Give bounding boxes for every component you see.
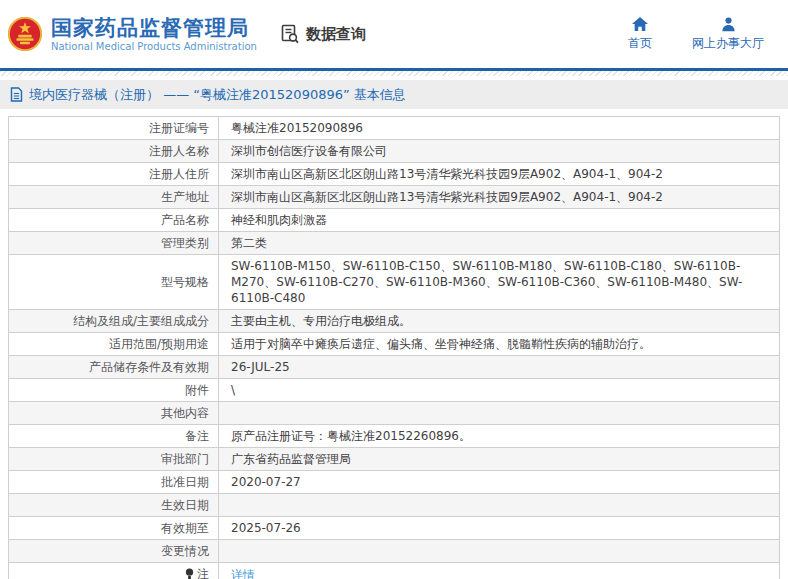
row-value: 详情	[219, 563, 780, 579]
row-label: 备注	[9, 425, 219, 448]
table-row: 产品储存条件及有效期 26-JUL-25	[9, 356, 780, 379]
nav-service-hall[interactable]: 网上办事大厅	[692, 16, 764, 52]
nav-home-label: 首页	[628, 35, 652, 52]
registration-info-table: 注册证编号 粤械注准20152090896 注册人名称 深圳市创信医疗设备有限公…	[8, 116, 780, 579]
table-row: 有效期至 2025-07-26	[9, 517, 780, 540]
row-label: 适用范围/预期用途	[9, 333, 219, 356]
row-label: 有效期至	[9, 517, 219, 540]
agency-name-en: National Medical Products Administration	[51, 41, 257, 52]
row-value: 2025-07-26	[219, 517, 780, 540]
row-label: 结构及组成/主要组成成分	[9, 310, 219, 333]
header-hatch-texture	[0, 71, 788, 76]
agency-name-cn: 国家药品监督管理局	[51, 16, 257, 40]
row-value: 深圳市南山区高新区北区朗山路13号清华紫光科技园9层A902、A904-1、90…	[219, 186, 780, 209]
table-row: 注 详情	[9, 563, 780, 579]
row-label: 生效日期	[9, 494, 219, 517]
table-row: 审批部门 广东省药品监督管理局	[9, 448, 780, 471]
row-label-text: 注	[197, 566, 209, 579]
row-value	[219, 494, 780, 517]
site-header: 国家药品监督管理局 National Medical Products Admi…	[0, 0, 788, 68]
table-row: 结构及组成/主要组成成分 主要由主机、专用治疗电极组成。	[9, 310, 780, 333]
row-label: 变更情况	[9, 540, 219, 563]
row-value	[219, 540, 780, 563]
row-label: 生产地址	[9, 186, 219, 209]
table-row: 注册人名称 深圳市创信医疗设备有限公司	[9, 140, 780, 163]
row-value: 粤械注准20152090896	[219, 117, 780, 140]
row-label: 管理类别	[9, 232, 219, 255]
document-search-icon	[279, 23, 301, 45]
row-value: SW-6110B-M150、SW-6110B-C150、SW-6110B-M18…	[219, 255, 780, 310]
home-icon	[631, 16, 649, 32]
row-value: 适用于对脑卒中瘫痪后遗症、偏头痛、坐骨神经痛、脱髓鞘性疾病的辅助治疗。	[219, 333, 780, 356]
row-value: 26-JUL-25	[219, 356, 780, 379]
row-value: 深圳市创信医疗设备有限公司	[219, 140, 780, 163]
row-label: 注册证编号	[9, 117, 219, 140]
table-row: 批准日期 2020-07-27	[9, 471, 780, 494]
agency-title-group: 国家药品监督管理局 National Medical Products Admi…	[51, 16, 257, 52]
row-value: 主要由主机、专用治疗电极组成。	[219, 310, 780, 333]
note-icon	[185, 568, 194, 579]
row-value: 2020-07-27	[219, 471, 780, 494]
table-row: 生产地址 深圳市南山区高新区北区朗山路13号清华紫光科技园9层A902、A904…	[9, 186, 780, 209]
table-row: 其他内容	[9, 402, 780, 425]
table-row: 管理类别 第二类	[9, 232, 780, 255]
row-value	[219, 402, 780, 425]
detail-link[interactable]: 详情	[231, 568, 255, 579]
national-emblem-icon	[8, 17, 42, 51]
table-row: 注册人住所 深圳市南山区高新区北区朗山路13号清华紫光科技园9层A902、A90…	[9, 163, 780, 186]
nav-service-hall-label: 网上办事大厅	[692, 35, 764, 52]
row-label: 审批部门	[9, 448, 219, 471]
row-label: 注册人名称	[9, 140, 219, 163]
row-label: 型号规格	[9, 255, 219, 310]
row-value: 神经和肌肉刺激器	[219, 209, 780, 232]
data-query-entry[interactable]: 数据查询	[279, 23, 366, 45]
row-label: 产品储存条件及有效期	[9, 356, 219, 379]
row-value: 广东省药品监督管理局	[219, 448, 780, 471]
table-row: 变更情况	[9, 540, 780, 563]
row-label: 其他内容	[9, 402, 219, 425]
page-title-bar: 境内医疗器械（注册） —— “粤械注准20152090896” 基本信息	[0, 80, 788, 109]
table-row: 适用范围/预期用途 适用于对脑卒中瘫痪后遗症、偏头痛、坐骨神经痛、脱髓鞘性疾病的…	[9, 333, 780, 356]
row-value: 第二类	[219, 232, 780, 255]
table-row: 生效日期	[9, 494, 780, 517]
row-label: 注	[9, 563, 219, 579]
nav-home[interactable]: 首页	[628, 16, 652, 52]
agency-logo[interactable]: 国家药品监督管理局 National Medical Products Admi…	[8, 16, 257, 52]
table-row: 型号规格 SW-6110B-M150、SW-6110B-C150、SW-6110…	[9, 255, 780, 310]
table-row: 注册证编号 粤械注准20152090896	[9, 117, 780, 140]
row-label: 批准日期	[9, 471, 219, 494]
user-icon	[720, 16, 737, 32]
page-title: 境内医疗器械（注册） —— “粤械注准20152090896” 基本信息	[29, 86, 406, 104]
row-value: \	[219, 379, 780, 402]
row-label: 产品名称	[9, 209, 219, 232]
page-icon	[10, 87, 23, 102]
row-label: 附件	[9, 379, 219, 402]
row-label: 注册人住所	[9, 163, 219, 186]
data-query-label: 数据查询	[306, 25, 366, 44]
table-row: 备注 原产品注册证号：粤械注准20152260896。	[9, 425, 780, 448]
table-row: 附件 \	[9, 379, 780, 402]
top-nav: 首页 网上办事大厅	[628, 16, 774, 52]
row-value: 原产品注册证号：粤械注准20152260896。	[219, 425, 780, 448]
table-row: 产品名称 神经和肌肉刺激器	[9, 209, 780, 232]
row-value: 深圳市南山区高新区北区朗山路13号清华紫光科技园9层A902、A904-1、90…	[219, 163, 780, 186]
